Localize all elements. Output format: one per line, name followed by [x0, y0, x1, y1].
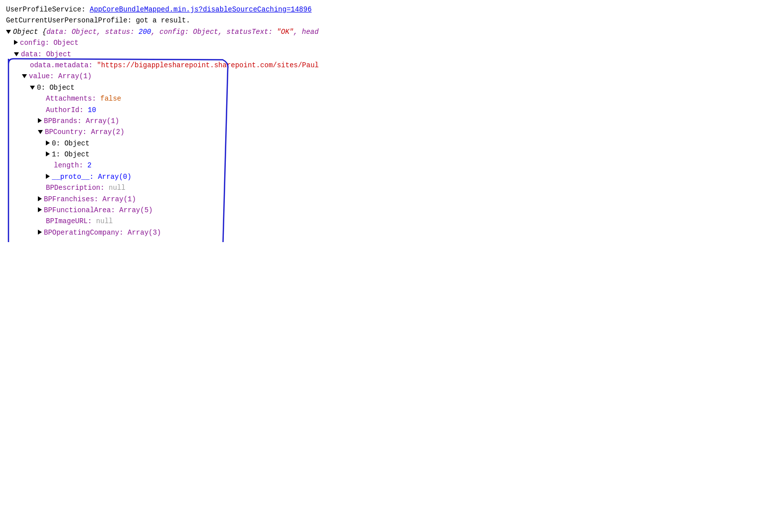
line-zero: 0: Object: [6, 82, 752, 93]
line-authorid: AuthorId: 10: [6, 105, 752, 116]
line-odata: odata.metadata: "https://bigapplesharepo…: [6, 60, 752, 71]
bpdescription-key: BPDescription:: [46, 182, 105, 193]
expand-value-icon[interactable]: [22, 74, 27, 78]
line-attachments: Attachments: false: [6, 93, 752, 104]
length-value: 2: [87, 160, 91, 171]
authorid-key: AuthorId:: [46, 105, 84, 116]
source-link[interactable]: AppCoreBundleMapped.min.js?disableSource…: [90, 4, 311, 15]
bpfranchises-label: BPFranchises: Array(1): [44, 194, 136, 205]
attachments-key: Attachments:: [46, 93, 96, 104]
line-length: length: 2: [6, 160, 752, 171]
proto-label: __proto__: Array(0): [52, 171, 132, 182]
line-bpcountry-1: 1: Object: [6, 149, 752, 160]
line-bpfranchises: BPFranchises: Array(1): [6, 194, 752, 205]
expand-bpfunctionalarea-icon[interactable]: [38, 207, 42, 212]
length-key: length:: [54, 160, 83, 171]
line-getcurrentuser: GetCurrentUserPersonalProfile: got a res…: [6, 15, 752, 26]
bpcountry-1-label: 1: Object: [52, 149, 90, 160]
expand-bpcountry-icon[interactable]: [38, 130, 43, 134]
getcurrent-label: GetCurrentUserPersonalProfile: got a res…: [6, 15, 190, 26]
line-config: config: Object: [6, 37, 752, 48]
config-label: config: Object: [20, 37, 79, 48]
expand-data-icon[interactable]: [14, 52, 19, 56]
bpimageurl-key: BPImageURL:: [46, 216, 92, 227]
line-bpdescription: BPDescription: null: [6, 182, 752, 193]
bpbrands-label: BPBrands: Array(1): [44, 116, 119, 127]
head-suffix: , head: [294, 26, 318, 37]
bpfunctionalarea-label: BPFunctionalArea: Array(5): [44, 205, 152, 216]
bpcountry-0-label: 0: Object: [52, 138, 90, 149]
expand-config-icon[interactable]: [14, 40, 18, 45]
line-bpcountry-0: 0: Object: [6, 138, 752, 149]
line-object-root: Object { data: Object, status: 200 , con…: [6, 26, 752, 37]
expand-proto-icon[interactable]: [46, 174, 50, 179]
line-userprofileservice: UserProfileService: AppCoreBundleMapped.…: [6, 4, 752, 15]
line-bpcountry: BPCountry: Array(2): [6, 127, 752, 137]
attachments-value: false: [100, 93, 121, 104]
service-label: UserProfileService:: [6, 4, 86, 15]
expand-bpfranchises-icon[interactable]: [38, 196, 42, 201]
line-proto: __proto__: Array(0): [6, 171, 752, 182]
expand-bpbrands-icon[interactable]: [38, 118, 42, 123]
line-bpimageurl: BPImageURL: null: [6, 216, 752, 227]
expand-root-icon[interactable]: [6, 30, 11, 34]
line-bpoperatingcompany: BPOperatingCompany: Array(3): [6, 227, 752, 238]
authorid-value: 10: [88, 105, 96, 116]
line-value: value: Array(1): [6, 71, 752, 82]
odata-value: "https://bigapplesharepoint.sharepoint.c…: [97, 60, 318, 71]
line-data: data: Object: [6, 49, 752, 60]
line-bpfunctionalarea: BPFunctionalArea: Array(5): [6, 205, 752, 216]
expand-bpcountry-1-icon[interactable]: [46, 151, 50, 156]
odata-key: odata.metadata:: [30, 60, 93, 71]
statustext-value: "OK": [277, 26, 294, 37]
status-value: 200: [139, 26, 151, 37]
expand-zero-icon[interactable]: [30, 86, 35, 90]
zero-label: 0: Object: [37, 82, 75, 93]
bpimageurl-value: null: [96, 216, 113, 227]
value-label: value: Array(1): [29, 71, 92, 82]
bpoperatingcompany-label: BPOperatingCompany: Array(3): [44, 227, 161, 238]
bpdescription-value: null: [109, 182, 126, 193]
data-label: data: Object: [21, 49, 71, 60]
bpcountry-label: BPCountry: Array(2): [45, 127, 125, 137]
config-key: , config: Object, statusText:: [151, 26, 277, 37]
object-keys: data: Object, status:: [46, 26, 139, 37]
object-label: Object {: [13, 26, 46, 37]
expand-bpcountry-0-icon[interactable]: [46, 140, 50, 145]
console-output: UserProfileService: AppCoreBundleMapped.…: [6, 4, 752, 238]
expand-bpoperatingcompany-icon[interactable]: [38, 230, 42, 235]
line-bpbrands: BPBrands: Array(1): [6, 116, 752, 127]
